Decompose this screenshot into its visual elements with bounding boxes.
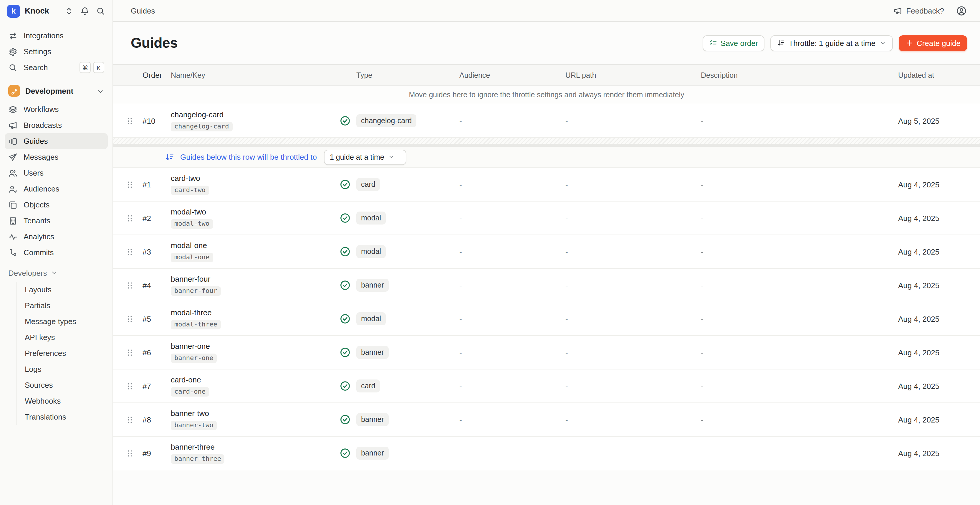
guide-type-cell: modal [339, 212, 460, 225]
status-check-icon [339, 313, 351, 325]
throttle-divider-text: Guides below this row will be throttled … [180, 153, 317, 161]
drag-handle[interactable] [121, 449, 138, 457]
guide-name: banner-three [171, 443, 339, 452]
table-row[interactable]: #1 card-two card-two card - - - Aug 4, 2… [113, 168, 980, 202]
status-check-icon [339, 246, 351, 258]
sidebar-item-message-types[interactable]: Message types [16, 314, 108, 330]
sidebar-item-tenants[interactable]: Tenants [5, 213, 108, 229]
guide-updated-at: Aug 4, 2025 [898, 449, 980, 457]
throttled-rows-section: #1 card-two card-two card - - - Aug 4, 2… [113, 168, 980, 470]
commit-icon [8, 248, 18, 257]
main-area: Guides Feedback? Guides Save order [113, 0, 980, 505]
throttle-amount-select[interactable]: 1 guide at a time [324, 150, 407, 165]
table-row[interactable]: #4 banner-four banner-four banner - - - … [113, 269, 980, 302]
sidebar-item-audiences[interactable]: Audiences [5, 181, 108, 197]
guide-name-cell: modal-three modal-three [171, 308, 339, 329]
sidebar-item-sources[interactable]: Sources [16, 377, 108, 393]
pages-icon [8, 200, 18, 209]
sidebar-item-settings[interactable]: Settings [5, 44, 108, 59]
create-guide-button[interactable]: Create guide [899, 35, 967, 51]
table-row[interactable]: #8 banner-two banner-two banner - - - Au… [113, 403, 980, 436]
sidebar-item-commits[interactable]: Commits [5, 245, 108, 260]
drag-handle[interactable] [121, 281, 138, 290]
guide-key-chip: modal-one [171, 253, 213, 262]
drag-handle[interactable] [121, 247, 138, 256]
table-row[interactable]: #5 modal-three modal-three modal - - - A… [113, 302, 980, 336]
sidebar-item-workflows[interactable]: Workflows [5, 101, 108, 117]
branch-icon [10, 87, 18, 95]
account-menu-button[interactable] [956, 5, 967, 16]
guide-name: modal-three [171, 308, 339, 317]
status-check-icon [339, 414, 351, 425]
guide-key-chip: banner-one [171, 354, 217, 363]
guide-order: #8 [138, 415, 171, 424]
drag-dots-icon [125, 415, 134, 424]
guides-table: Order Name/Key Type Audience URL path De… [113, 64, 980, 470]
guide-name: banner-two [171, 409, 339, 418]
sidebar-item-analytics[interactable]: Analytics [5, 229, 108, 245]
sidebar-item-users[interactable]: Users [5, 165, 108, 181]
chevron-down-icon [97, 87, 104, 95]
table-row[interactable]: #3 modal-one modal-one modal - - - Aug 4… [113, 235, 980, 269]
table-row[interactable]: #10 changelog-card changelog-card change… [113, 104, 980, 138]
sidebar-item-integrations[interactable]: Integrations [5, 28, 108, 44]
sidebar-item-layouts[interactable]: Layouts [16, 282, 108, 298]
drag-handle[interactable] [121, 180, 138, 189]
chevron-down-icon [388, 154, 395, 160]
notifications-bell-icon[interactable] [80, 6, 89, 16]
feedback-button[interactable]: Feedback? [893, 6, 944, 15]
guide-type-cell: banner [339, 447, 460, 460]
guide-description: - [701, 415, 898, 424]
table-row[interactable]: #9 banner-three banner-three banner - - … [113, 436, 980, 470]
workspace-name[interactable]: Knock [25, 6, 49, 15]
guide-name: card-two [171, 174, 339, 183]
guide-description: - [701, 281, 898, 290]
guide-description: - [701, 382, 898, 390]
sidebar-item-preferences[interactable]: Preferences [16, 345, 108, 361]
sidebar-item-broadcasts[interactable]: Broadcasts [5, 117, 108, 133]
developers-section-toggle[interactable]: Developers [8, 265, 104, 280]
search-icon[interactable] [96, 6, 105, 16]
activity-icon [8, 232, 18, 241]
chevron-down-icon [879, 40, 886, 46]
person-check-icon [8, 184, 18, 194]
guide-type-badge: modal [356, 312, 386, 325]
table-row[interactable]: #2 modal-two modal-two modal - - - Aug 4… [113, 202, 980, 235]
drag-handle[interactable] [121, 348, 138, 357]
table-row[interactable]: #7 card-one card-one card - - - Aug 4, 2… [113, 370, 980, 403]
guide-key-chip: card-one [171, 387, 209, 397]
sidebar-item-partials[interactable]: Partials [16, 298, 108, 314]
table-row[interactable]: #6 banner-one banner-one banner - - - Au… [113, 336, 980, 370]
sidebar-developer-items: LayoutsPartialsMessage typesAPI keysPref… [16, 282, 108, 425]
sidebar-item-translations[interactable]: Translations [16, 409, 108, 425]
environment-switcher[interactable]: Development [8, 83, 104, 99]
guide-name-cell: banner-three banner-three [171, 443, 339, 464]
guide-type-cell: banner [339, 346, 460, 359]
sidebar-item-webhooks[interactable]: Webhooks [16, 393, 108, 409]
drag-handle[interactable] [121, 314, 138, 323]
save-order-button[interactable]: Save order [702, 35, 764, 51]
feedback-label: Feedback? [906, 6, 944, 15]
sidebar-item-guides[interactable]: Guides [5, 133, 108, 149]
guide-order: #1 [138, 180, 171, 189]
sidebar-item-search[interactable]: Search ⌘K [5, 59, 108, 75]
status-check-icon [339, 212, 351, 224]
drag-dots-icon [125, 449, 134, 457]
guide-type-cell: changelog-card [339, 114, 460, 127]
sidebar-item-objects[interactable]: Objects [5, 197, 108, 213]
drag-handle[interactable] [121, 116, 138, 125]
guide-updated-at: Aug 5, 2025 [898, 116, 980, 125]
section-gap-divider [113, 144, 980, 147]
drag-handle[interactable] [121, 213, 138, 223]
workspace-switcher-icon[interactable] [64, 6, 74, 16]
guide-type-cell: banner [339, 413, 460, 426]
drag-handle[interactable] [121, 415, 138, 424]
throttle-dropdown-button[interactable]: Throttle: 1 guide at a time [770, 35, 892, 51]
sidebar-item-logs[interactable]: Logs [16, 361, 108, 377]
sidebar-item-api-keys[interactable]: API keys [16, 330, 108, 345]
drag-dots-icon [125, 281, 134, 290]
topbar: Guides Feedback? [113, 0, 980, 22]
app-window: k Knock Integrations Settings Search ⌘K … [0, 0, 980, 505]
sidebar-item-messages[interactable]: Messages [5, 149, 108, 165]
drag-handle[interactable] [121, 382, 138, 390]
